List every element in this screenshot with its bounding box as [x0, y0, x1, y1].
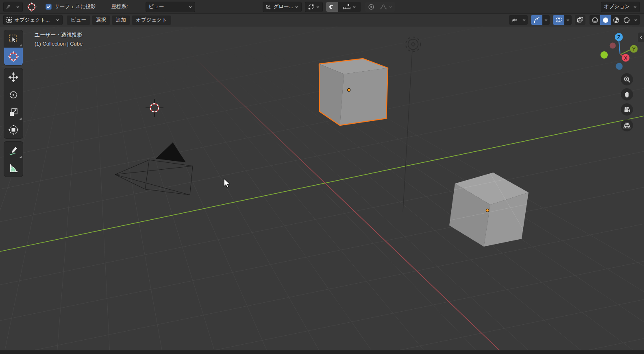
shading-dropdown[interactable] [632, 15, 640, 25]
chevron-down-icon [389, 5, 393, 9]
shading-solid-icon [602, 17, 609, 24]
shading-wireframe-icon [592, 17, 598, 24]
selected-cube-object[interactable] [319, 59, 388, 125]
3d-cursor [146, 99, 163, 117]
pan-hand-icon [624, 91, 630, 98]
overlays-toggle[interactable] [553, 15, 564, 25]
selected-cube-origin-dot [347, 88, 350, 91]
snap-increment-icon [343, 4, 350, 10]
chevron-down-icon [633, 5, 637, 9]
tool-transform[interactable] [4, 121, 23, 138]
visibility-toggle[interactable] [509, 15, 520, 25]
transform-icon [8, 125, 19, 135]
cursor-tool-icon [8, 51, 19, 62]
menu-select[interactable]: 選択 [92, 15, 110, 25]
object-mode-icon [6, 17, 12, 23]
annotate-pencil-icon [9, 146, 18, 155]
tool-scale[interactable] [4, 103, 23, 121]
light-line [403, 50, 412, 212]
cube-object[interactable] [443, 167, 537, 252]
chevron-down-icon [56, 18, 60, 22]
chevron-down-icon [316, 5, 320, 9]
visibility-group [509, 15, 528, 25]
shading-wireframe-button[interactable] [590, 15, 600, 25]
coord-system-label: 座標系: [111, 3, 128, 10]
cube-origin-dot [486, 209, 489, 212]
tool-move[interactable] [4, 68, 23, 86]
navigation-gizmo[interactable]: Z Y X [594, 28, 642, 73]
surface-project-label: サーフェスに投影 [54, 3, 96, 10]
menu-view[interactable]: ビュー [67, 15, 90, 25]
checkbox-checked-icon[interactable] [46, 4, 52, 10]
zoom-button[interactable] [621, 73, 633, 85]
sidebar-toggle[interactable] [638, 33, 644, 42]
proportional-edit-icon [368, 4, 374, 10]
active-tool-3d-cursor-icon[interactable] [23, 2, 41, 12]
chevron-down-icon [295, 5, 299, 9]
perspective-toggle-button[interactable] [621, 119, 633, 131]
viewport-header: オブジェクト... ビュー 選択 追加 オブジェクト [0, 14, 644, 26]
zoom-icon [624, 76, 631, 83]
tool-settings-bar: サーフェスに投影 座標系: ビュー グロー... [0, 0, 644, 14]
scale-icon [9, 107, 18, 117]
gizmo-neg-y-ball [600, 51, 608, 59]
camera-view-icon [623, 107, 631, 113]
xray-icon [577, 17, 583, 23]
gizmo-x-label: X [624, 55, 627, 61]
shading-solid-button[interactable] [600, 15, 611, 25]
snap-target-dropdown[interactable] [338, 2, 361, 12]
camera-view-button[interactable] [621, 103, 633, 116]
camera-object[interactable] [115, 142, 193, 195]
orientation-value: グロー... [273, 3, 293, 10]
viewport-3d[interactable] [0, 0, 644, 354]
tool-measure[interactable] [4, 159, 23, 177]
status-strip [0, 350, 644, 354]
menu-add[interactable]: 追加 [112, 15, 130, 25]
snap-group [326, 2, 361, 12]
mode-dropdown[interactable]: オブジェクト... [3, 15, 63, 25]
sun-light-gizmo[interactable] [406, 37, 420, 52]
proportional-edit-toggle[interactable] [365, 2, 377, 12]
falloff-curve-icon [380, 4, 387, 10]
gizmo-toggle-icon [533, 17, 540, 23]
coord-system-dropdown[interactable]: ビュー [146, 2, 195, 12]
y-axis-line [0, 116, 644, 251]
gizmo-y-label: Y [632, 46, 635, 52]
tool-annotate[interactable] [4, 142, 23, 159]
xray-toggle[interactable] [575, 15, 585, 25]
blender-window: { "topbar": { "snap_tool_icon": "snap-se… [0, 0, 644, 354]
proportional-edit-group [365, 2, 395, 12]
measure-icon [9, 163, 18, 173]
chevron-down-icon [634, 18, 638, 22]
surface-project-option[interactable]: サーフェスに投影 [46, 3, 96, 10]
breadcrumb: (1) Collection | Cube [35, 41, 83, 47]
overlays-dropdown[interactable] [564, 15, 572, 25]
tool-box-select[interactable] [4, 30, 23, 48]
pan-button[interactable] [621, 88, 633, 101]
menu-object[interactable]: オブジェクト [132, 15, 171, 25]
box-select-icon [9, 34, 18, 44]
tool-3d-cursor[interactable] [4, 48, 23, 65]
shading-group [590, 15, 640, 25]
snap-magnet-toggle[interactable] [326, 2, 338, 12]
snap-settings-dropdown[interactable] [3, 2, 23, 12]
camera-up-triangle [156, 142, 186, 162]
gizmos-toggle[interactable] [531, 15, 542, 25]
shading-rendered-button[interactable] [621, 15, 632, 25]
falloff-dropdown[interactable] [377, 2, 395, 12]
visibility-dropdown[interactable] [520, 15, 528, 25]
tool-rotate[interactable] [4, 86, 23, 103]
options-dropdown[interactable]: オプション [601, 2, 640, 12]
shading-material-button[interactable] [611, 15, 621, 25]
gizmos-dropdown[interactable] [542, 15, 550, 25]
gizmo-neg-x-ball [610, 43, 616, 49]
pivot-point-icon [308, 4, 314, 10]
chevron-down-icon [352, 5, 356, 9]
coord-system-value: ビュー [148, 3, 164, 10]
transform-orientation-dropdown[interactable]: グロー... [263, 2, 302, 12]
chevron-down-icon [544, 18, 548, 22]
chevron-down-icon [566, 18, 570, 22]
options-label: オプション [604, 3, 630, 10]
pivot-point-dropdown[interactable] [305, 2, 323, 12]
overlays-group [553, 15, 572, 25]
